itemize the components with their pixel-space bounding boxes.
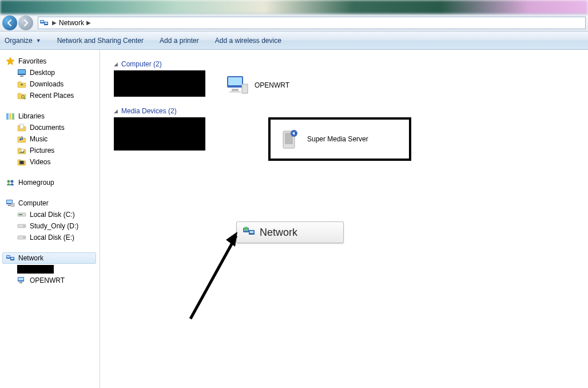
desktop-icon <box>17 68 26 77</box>
media-devices-section-header[interactable]: ◢ Media Devices (2) <box>114 107 577 115</box>
svg-point-26 <box>23 225 25 227</box>
svg-rect-6 <box>20 76 23 77</box>
homegroup-label: Homegroup <box>18 179 54 187</box>
sidebar-item-videos[interactable]: Videos <box>2 156 96 168</box>
sidebar-item-local-disk-e[interactable]: Local Disk (E:) <box>2 232 96 243</box>
sidebar-item-recent-places[interactable]: Recent Places <box>2 90 96 101</box>
back-button[interactable] <box>2 15 17 30</box>
navigation-bar: ▶ Network ▶ <box>0 14 588 31</box>
redacted-box <box>17 265 54 274</box>
sidebar-item-label: Local Disk (E:) <box>30 233 74 241</box>
downloads-icon <box>17 80 26 89</box>
sidebar-item-downloads[interactable]: Downloads <box>2 78 96 90</box>
collapse-triangle-icon: ◢ <box>114 61 118 67</box>
svg-line-49 <box>190 236 236 319</box>
sidebar-item-label: Pictures <box>30 147 54 155</box>
breadcrumb-label: Network <box>59 19 84 27</box>
network-icon <box>243 225 255 240</box>
sidebar-item-music[interactable]: Music <box>2 133 96 145</box>
computer-section-header[interactable]: ◢ Computer (2) <box>114 60 577 68</box>
svg-rect-38 <box>232 89 239 91</box>
svg-point-17 <box>7 180 10 183</box>
libraries-label: Libraries <box>18 112 45 120</box>
svg-rect-47 <box>250 231 254 233</box>
sidebar-item-label: Study_Only (D:) <box>30 222 78 230</box>
organize-menu[interactable]: Organize ▼ <box>5 37 41 45</box>
svg-rect-16 <box>23 161 25 164</box>
documents-icon <box>17 123 26 132</box>
sidebar-item-local-disk-c[interactable]: Local Disk (C:) <box>2 209 96 220</box>
computer-label: Computer <box>18 199 49 207</box>
section-label: Media Devices (2) <box>121 107 177 115</box>
sidebar-item-label: Local Disk (C:) <box>30 211 75 219</box>
drive-icon <box>17 210 26 219</box>
navigation-pane: Favorites Desktop Downloads Recent Place… <box>0 50 100 388</box>
organize-label: Organize <box>5 37 33 45</box>
network-sharing-center-button[interactable]: Network and Sharing Center <box>57 37 144 45</box>
network-label: Network <box>18 254 43 262</box>
svg-rect-10 <box>12 113 14 120</box>
sidebar-item-redacted-computer[interactable] <box>2 264 96 275</box>
svg-rect-21 <box>8 205 11 206</box>
sidebar-item-desktop[interactable]: Desktop <box>2 67 96 78</box>
section-label: Computer (2) <box>121 60 162 68</box>
sidebar-item-documents[interactable]: Documents <box>2 122 96 133</box>
forward-button[interactable] <box>18 15 33 30</box>
star-icon <box>6 57 15 66</box>
sidebar-item-label: OPENWRT <box>30 276 65 284</box>
drive-icon <box>17 233 26 242</box>
svg-rect-40 <box>242 84 248 93</box>
svg-rect-11 <box>20 124 23 129</box>
network-popup[interactable]: Network <box>236 221 344 243</box>
media-server-icon <box>279 128 301 151</box>
collapse-triangle-icon: ◢ <box>114 108 118 114</box>
item-label: Super Media Server <box>307 135 368 143</box>
svg-point-48 <box>244 227 248 231</box>
command-toolbar: Organize ▼ Network and Sharing Center Ad… <box>0 31 588 50</box>
svg-rect-35 <box>19 282 22 283</box>
redacted-computer-item[interactable] <box>114 70 205 97</box>
sidebar-item-pictures[interactable]: Pictures <box>2 145 96 156</box>
add-printer-button[interactable]: Add a printer <box>160 37 199 45</box>
svg-rect-39 <box>229 91 241 93</box>
favorites-label: Favorites <box>18 57 46 65</box>
recent-places-icon <box>17 91 26 100</box>
svg-rect-15 <box>19 161 21 164</box>
computer-header[interactable]: Computer <box>2 197 96 209</box>
svg-marker-50 <box>226 232 237 247</box>
homegroup-header[interactable]: Homegroup <box>2 177 96 188</box>
svg-rect-31 <box>7 256 10 258</box>
libraries-icon <box>6 112 15 121</box>
music-icon <box>17 134 26 144</box>
libraries-header[interactable]: Libraries <box>2 110 96 122</box>
sidebar-item-label: Documents <box>30 124 65 132</box>
sidebar-item-label: Videos <box>30 158 50 166</box>
pictures-icon <box>17 146 26 155</box>
redacted-media-item[interactable] <box>114 117 205 151</box>
favorites-header[interactable]: Favorites <box>2 56 96 67</box>
add-wireless-device-button[interactable]: Add a wireless device <box>215 37 281 45</box>
svg-point-13 <box>20 150 21 151</box>
network-icon <box>39 18 49 27</box>
network-computer-openwrt[interactable]: OPENWRT <box>223 70 365 100</box>
svg-point-28 <box>23 237 25 238</box>
sidebar-item-label: Downloads <box>30 80 63 88</box>
svg-rect-37 <box>228 77 242 85</box>
sidebar-item-study-only-d[interactable]: Study_Only (D:) <box>2 220 96 232</box>
breadcrumb-separator[interactable]: ▶ <box>51 19 58 26</box>
svg-rect-8 <box>6 113 9 120</box>
svg-rect-32 <box>11 258 14 259</box>
network-icon <box>6 254 15 263</box>
sidebar-item-label: Recent Places <box>30 92 74 100</box>
svg-rect-20 <box>7 200 12 203</box>
sidebar-item-openwrt[interactable]: OPENWRT <box>2 275 96 286</box>
svg-rect-5 <box>18 70 25 74</box>
network-header[interactable]: Network <box>2 252 96 264</box>
svg-point-18 <box>11 180 14 183</box>
popup-label: Network <box>260 227 297 239</box>
media-device-super-media-server[interactable]: Super Media Server <box>268 117 411 161</box>
sidebar-item-label: Music <box>30 135 47 143</box>
drive-icon <box>17 221 26 231</box>
address-bar[interactable]: ▶ Network ▶ <box>38 17 586 29</box>
breadcrumb-network[interactable]: Network ▶ <box>58 19 92 27</box>
